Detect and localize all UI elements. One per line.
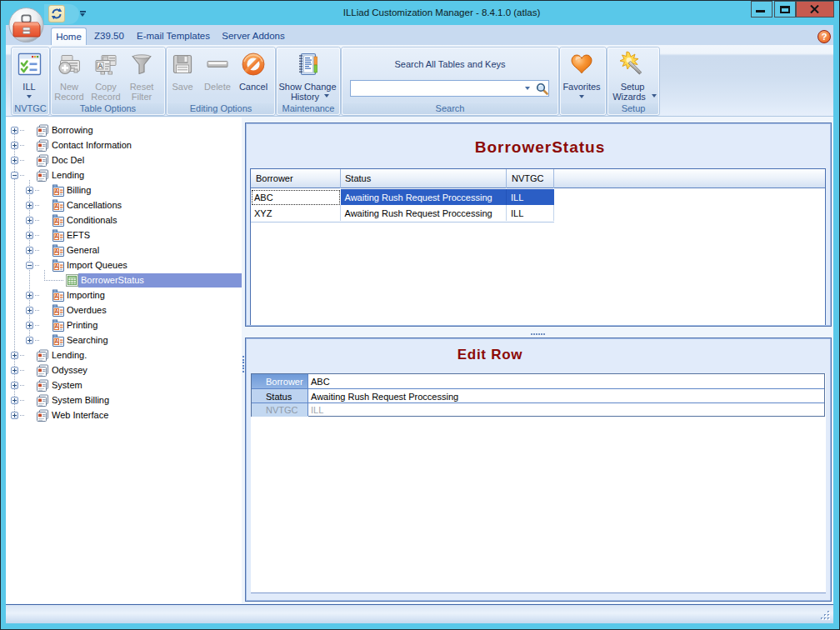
svg-text:A: A — [54, 218, 58, 224]
svg-text:A: A — [54, 263, 58, 269]
svg-text:A: A — [54, 293, 58, 299]
svg-text:A: A — [54, 338, 58, 344]
svg-text:A: A — [54, 233, 58, 239]
svg-text:A: A — [98, 62, 102, 70]
svg-text:A: A — [54, 308, 58, 314]
svg-text:A: A — [54, 188, 58, 194]
svg-text:A: A — [54, 248, 58, 254]
svg-text:A: A — [54, 203, 58, 209]
svg-text:A: A — [54, 323, 58, 329]
